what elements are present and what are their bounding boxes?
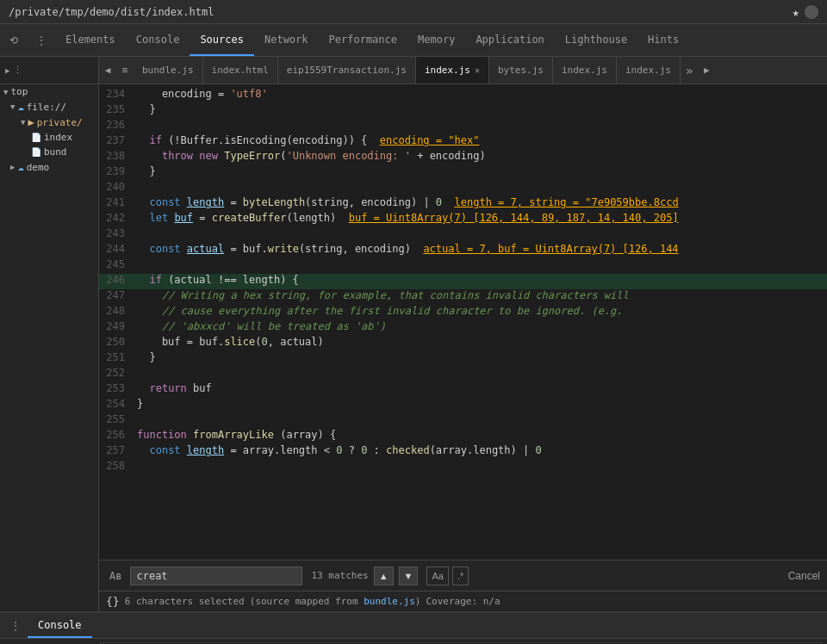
file-tab-eip1559[interactable]: eip1559Transaction.js <box>278 57 416 84</box>
title-icons: ★ <box>793 5 818 19</box>
code-line-240: 240 <box>99 181 827 196</box>
code-line-236: 236 <box>99 119 827 134</box>
tree-item-private[interactable]: ▼ ▶ private/ <box>0 115 98 130</box>
title-path: /private/tmp/demo/dist/index.html <box>9 6 214 18</box>
close-tab-btn[interactable]: ✕ <box>475 65 480 75</box>
code-line-249: 249 // 'abxxcd' will be treated as 'ab') <box>99 320 827 336</box>
search-match-count: 13 matches <box>311 570 368 581</box>
tab-performance[interactable]: Performance <box>319 24 407 56</box>
tree-label-file: file:// <box>27 102 66 113</box>
code-line-254: 254 } <box>99 398 827 413</box>
code-wrapper: ◀ ≡ bundle.js index.html eip1559Transact… <box>99 57 827 611</box>
chevron-down-icon: ▼ <box>21 118 25 127</box>
file-tab-label: index.js <box>562 65 607 76</box>
code-line-242: 242 let buf = createBuffer(length) buf =… <box>99 212 827 227</box>
nav-more-btn[interactable]: ⋮ <box>28 24 55 56</box>
tree-label-demo: demo <box>27 162 50 173</box>
code-line-250: 250 buf = buf.slice(0, actual) <box>99 336 827 351</box>
chevron-icon: ▶ <box>10 163 15 171</box>
code-line-255: 255 <box>99 413 827 429</box>
code-line-251: 251 } <box>99 351 827 367</box>
tree-item-bundle[interactable]: 📄 bund <box>0 145 98 159</box>
search-match-case-btn[interactable]: Aa <box>426 567 448 585</box>
tree-label-bundle: bund <box>44 146 67 158</box>
file-tab-label: bundle.js <box>142 65 194 76</box>
coverage-label: Coverage: n/a <box>426 596 500 607</box>
tab-hints[interactable]: Hints <box>637 24 689 56</box>
search-options: Aa .* <box>426 567 469 585</box>
file-tab-indexjs[interactable]: index.js ✕ <box>416 57 489 84</box>
console-tabs-bar: ⋮ Console <box>0 613 827 639</box>
search-cancel-btn[interactable]: Cancel <box>788 570 820 582</box>
tree-item-file[interactable]: ▼ ☁ file:// <box>0 99 98 115</box>
search-bar: Aʙ 13 matches ▲ ▼ Aa .* Cancel <box>99 560 827 591</box>
search-input[interactable] <box>130 567 302 585</box>
tab-right-nav[interactable]: ▶ <box>698 65 715 76</box>
code-line-248: 248 // cause everything after the first … <box>99 305 827 320</box>
devtools-nav: ⟲ ⋮ Elements Console Sources Network Per… <box>0 24 827 57</box>
tab-lighthouse[interactable]: Lighthouse <box>555 24 637 56</box>
more-tabs-btn[interactable]: » <box>681 64 698 77</box>
code-editor[interactable]: 234 encoding = 'utf8' 235 } 236 237 if (… <box>99 84 827 560</box>
console-panel: ⋮ Console 🚫 ⊘ top ▾ 👁 > new Buffer(padTo… <box>0 611 827 644</box>
tab-application[interactable]: Application <box>465 24 554 56</box>
tree-label-private: private/ <box>37 117 83 128</box>
file-tree-sidebar: ▶ ⋮ ▼ top ▼ ☁ file:// ▼ ▶ private/ 📄 ind… <box>0 57 99 611</box>
console-tab-icon[interactable]: ⋮ <box>3 620 28 632</box>
bookmark-icon[interactable]: ★ <box>793 5 799 19</box>
file-tab-indexhtml[interactable]: index.html <box>203 57 278 84</box>
brackets-icon[interactable]: {} <box>106 595 120 608</box>
search-case-btn[interactable]: Aʙ <box>106 568 125 584</box>
tab-network[interactable]: Network <box>254 24 319 56</box>
source-map-link[interactable]: bundle.js <box>364 596 415 607</box>
tab-elements[interactable]: Elements <box>55 24 126 56</box>
code-line-257: 257 const length = array.length < 0 ? 0 … <box>99 444 827 460</box>
code-line-237: 237 if (!Buffer.isEncoding(encoding)) { … <box>99 134 827 150</box>
file-tab-bytes[interactable]: bytes.js <box>489 57 553 84</box>
tab-console-bottom[interactable]: Console <box>28 613 92 638</box>
search-regex-btn[interactable]: .* <box>452 567 469 585</box>
code-line-243: 243 <box>99 227 827 243</box>
code-line-235: 235 } <box>99 103 827 119</box>
tab-console[interactable]: Console <box>126 24 190 56</box>
chevron-down-icon: ▼ <box>3 88 8 96</box>
file-icon: 📄 <box>31 133 41 142</box>
tab-sources[interactable]: Sources <box>190 24 254 56</box>
file-tab-indexjs2[interactable]: index.js <box>553 57 617 84</box>
code-line-246: 246 if (actual !== length) { <box>99 274 827 289</box>
tab-list-btn[interactable]: ≡ <box>116 65 134 76</box>
tree-item-index[interactable]: 📄 index <box>0 130 98 145</box>
file-tab-label: eip1559Transaction.js <box>287 65 407 76</box>
title-bar: /private/tmp/demo/dist/index.html ★ <box>0 0 827 24</box>
file-icon: 📄 <box>31 147 41 157</box>
source-map-label: (source mapped from bundle.js) <box>250 596 421 607</box>
code-line-253: 253 return buf <box>99 382 827 398</box>
folder-icon: ▶ <box>28 116 34 128</box>
code-line-234: 234 encoding = 'utf8' <box>99 88 827 103</box>
tree-label-top: top <box>10 86 28 97</box>
code-line-258: 258 <box>99 460 827 475</box>
tree-label-index: index <box>44 132 72 143</box>
sidebar-expand-icon[interactable]: ▶ <box>5 66 9 75</box>
tree-item-top[interactable]: ▼ top <box>0 84 98 99</box>
selected-text-label: 6 characters selected <box>125 596 245 607</box>
console-toolbar: 🚫 ⊘ top ▾ 👁 <box>0 639 827 644</box>
file-tabs-bar: ◀ ≡ bundle.js index.html eip1559Transact… <box>99 57 827 84</box>
sidebar-label: ⋮ <box>13 65 22 76</box>
search-prev-btn[interactable]: ▲ <box>374 567 394 585</box>
code-line-241: 241 const length = byteLength(string, en… <box>99 196 827 212</box>
code-line-238: 238 throw new TypeError('Unknown encodin… <box>99 150 827 165</box>
file-tab-indexjs3[interactable]: index.js <box>617 57 681 84</box>
cloud-icon: ☁ <box>17 161 23 173</box>
tab-left-nav[interactable]: ◀ <box>99 65 116 76</box>
file-tab-bundle[interactable]: bundle.js <box>134 57 203 84</box>
file-tab-label: index.js <box>625 65 671 76</box>
search-next-btn[interactable]: ▼ <box>399 567 419 585</box>
code-line-245: 245 <box>99 258 827 274</box>
nav-back-btn[interactable]: ⟲ <box>0 24 28 56</box>
tree-item-demo[interactable]: ▶ ☁ demo <box>0 159 98 175</box>
file-tab-label: index.js <box>425 65 470 76</box>
code-line-252: 252 <box>99 367 827 382</box>
code-line-247: 247 // Writing a hex string, for example… <box>99 289 827 305</box>
tab-memory[interactable]: Memory <box>407 24 465 56</box>
